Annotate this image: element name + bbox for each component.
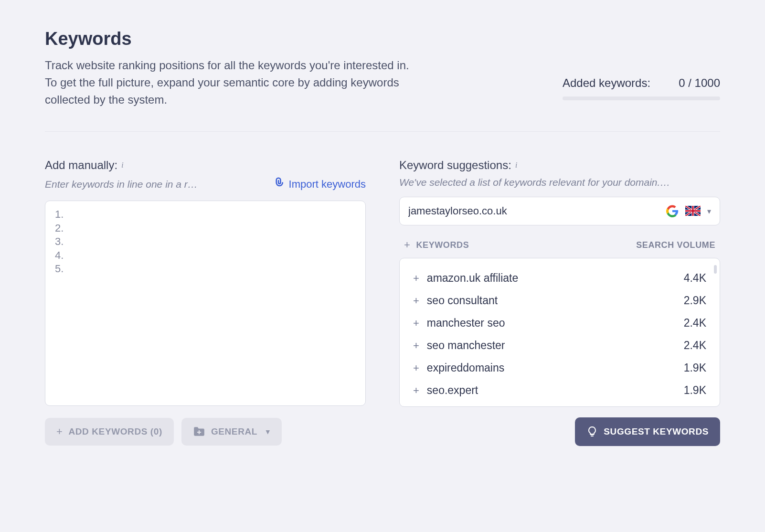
folder-plus-icon (193, 426, 205, 437)
suggestion-volume: 1.9K (684, 362, 706, 374)
add-manually-column: Add manually: i Enter keywords in line o… (45, 159, 366, 407)
keyword-suggestions-helper: We've selected a list of keywords releva… (399, 177, 670, 188)
added-keywords-label: Added keywords: (563, 76, 650, 90)
page-subtitle: Track website ranking positions for all … (45, 57, 417, 108)
add-suggestion-icon[interactable]: + (413, 295, 419, 307)
import-keywords-label: Import keywords (289, 178, 366, 191)
attachment-icon (272, 177, 284, 192)
suggestion-row[interactable]: +seo consultant 2.9K (400, 289, 720, 312)
suggestion-table-header: + KEYWORDS SEARCH VOLUME (399, 237, 720, 258)
suggestion-keyword: expireddomains (427, 362, 504, 374)
domain-input[interactable] (408, 205, 659, 217)
column-search-volume: SEARCH VOLUME (636, 240, 715, 250)
footer-row: + ADD KEYWORDS (0) GENERAL ▾ (45, 417, 720, 446)
keyword-line[interactable] (55, 222, 356, 235)
suggestion-row[interactable]: +amazon.uk affiliate 4.4K (400, 267, 720, 289)
suggestion-volume: 4.4K (684, 272, 706, 285)
plus-icon: + (56, 426, 63, 437)
domain-selector[interactable]: ▾ (399, 197, 720, 225)
suggestion-keyword: amazon.uk affiliate (427, 272, 518, 285)
keyword-line[interactable] (55, 249, 356, 263)
suggestion-volume: 2.4K (684, 317, 706, 330)
header-row: Keywords Track website ranking positions… (45, 29, 720, 108)
add-suggestion-icon[interactable]: + (413, 340, 419, 352)
suggestion-row[interactable]: +expireddomains 1.9K (400, 357, 720, 379)
add-keywords-button[interactable]: + ADD KEYWORDS (0) (45, 418, 174, 446)
suggestion-row[interactable]: +seo.expert 1.9K (400, 379, 720, 402)
added-keywords-block: Added keywords: 0 / 1000 (563, 76, 720, 100)
suggestion-volume: 2.4K (684, 339, 706, 352)
svg-rect-4 (685, 210, 701, 212)
lightbulb-icon (586, 426, 598, 437)
add-suggestion-icon[interactable]: + (413, 384, 419, 397)
add-manually-helper: Enter keywords in line one in a r… (45, 179, 198, 190)
added-keywords-progress (563, 96, 720, 100)
suggest-keywords-label: SUGGEST KEYWORDS (604, 426, 709, 437)
folder-select-label: GENERAL (211, 426, 257, 437)
added-keywords-count: 0 / 1000 (679, 76, 720, 90)
suggestion-keyword: seo.expert (427, 384, 478, 397)
page-title: Keywords (45, 29, 417, 49)
suggestion-volume: 1.9K (684, 384, 706, 397)
suggestion-volume: 2.9K (684, 294, 706, 307)
add-suggestion-icon[interactable]: + (413, 362, 419, 374)
keyword-suggestions-title: Keyword suggestions: (399, 159, 511, 172)
info-icon[interactable]: i (515, 160, 518, 170)
keywords-panel: Keywords Track website ranking positions… (0, 0, 765, 465)
folder-select-button[interactable]: GENERAL ▾ (181, 418, 282, 446)
uk-flag-icon (685, 206, 701, 216)
add-suggestion-icon[interactable]: + (413, 317, 419, 330)
add-suggestion-icon[interactable]: + (413, 272, 419, 285)
suggestion-list: +amazon.uk affiliate 4.4K +seo consultan… (399, 258, 720, 407)
scrollbar-thumb[interactable] (714, 265, 717, 274)
keyword-line[interactable] (55, 235, 356, 249)
keyword-suggestions-column: Keyword suggestions: i We've selected a … (399, 159, 720, 407)
suggestion-row[interactable]: +seo manchester 2.4K (400, 334, 720, 357)
google-icon (666, 205, 679, 217)
suggest-keywords-button[interactable]: SUGGEST KEYWORDS (575, 417, 720, 446)
keyword-line[interactable] (55, 262, 356, 276)
keyword-textarea[interactable] (45, 201, 366, 406)
suggestion-keyword: manchester seo (427, 317, 505, 330)
column-keywords: KEYWORDS (416, 240, 469, 250)
divider (45, 131, 720, 132)
suggestion-row[interactable]: +manchester seo 2.4K (400, 312, 720, 334)
chevron-down-icon: ▾ (266, 427, 270, 436)
import-keywords-link[interactable]: Import keywords (272, 177, 366, 192)
chevron-down-icon[interactable]: ▾ (707, 207, 711, 216)
suggestion-keyword: seo consultant (427, 294, 498, 307)
keyword-line[interactable] (55, 208, 356, 222)
add-all-icon[interactable]: + (404, 240, 410, 250)
add-manually-title: Add manually: (45, 159, 117, 172)
add-keywords-label: ADD KEYWORDS (0) (68, 426, 162, 437)
info-icon[interactable]: i (121, 160, 124, 170)
suggestion-keyword: seo manchester (427, 339, 505, 352)
